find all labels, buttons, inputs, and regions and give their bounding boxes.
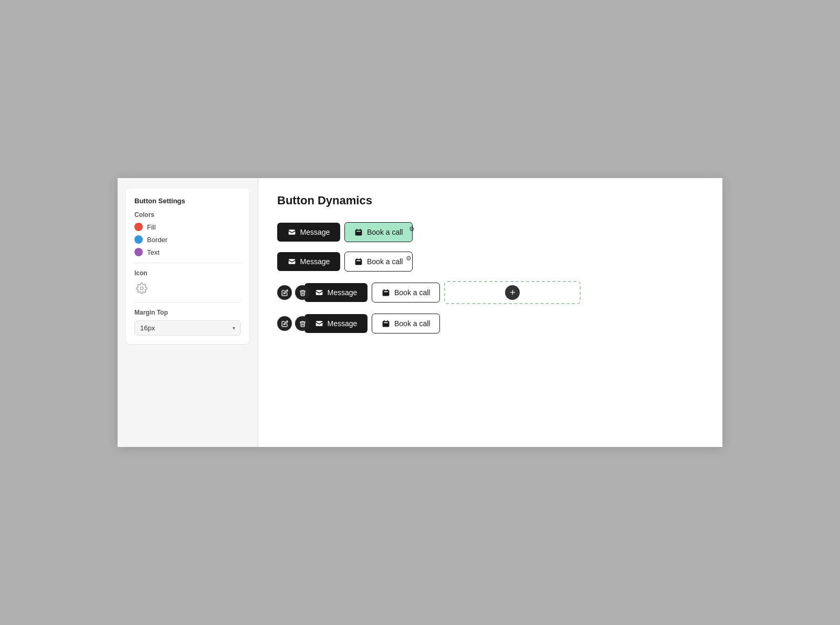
color-border-row: Border (134, 235, 241, 244)
book-button-1[interactable]: Book a call (344, 222, 413, 242)
margin-section: Margin Top 16px ▾ (134, 309, 241, 336)
message-button-1[interactable]: Message (277, 223, 340, 242)
divider-2 (134, 302, 241, 303)
message-label-1: Message (300, 228, 330, 236)
row-controls-4 (277, 316, 310, 331)
app-window: Button Settings Colors Fill Border Text … (118, 178, 722, 447)
colors-section-label: Colors (134, 211, 241, 218)
message-button-3[interactable]: Message (304, 283, 368, 302)
book-button-4[interactable]: Book a call (372, 314, 440, 334)
delete-button-3[interactable] (295, 285, 310, 300)
margin-select[interactable]: 16px ▾ (134, 320, 241, 336)
margin-value: 16px (140, 324, 155, 332)
edit-button-4[interactable] (277, 316, 292, 331)
book-outline-wrapper-2: Book a call ⚙ (344, 252, 413, 272)
book-button-2[interactable]: Book a call (344, 252, 413, 272)
text-label: Text (147, 248, 160, 256)
gear-icon[interactable] (134, 281, 149, 296)
row-controls-3 (277, 285, 310, 300)
message-label-4: Message (328, 319, 358, 328)
plus-icon: + (510, 288, 516, 297)
cursor-gear-icon-1: ⚙ (409, 225, 415, 233)
chevron-down-icon: ▾ (233, 325, 235, 331)
border-label: Border (147, 236, 167, 244)
color-text-row: Text (134, 248, 241, 256)
book-label-4: Book a call (394, 319, 430, 328)
border-color-dot[interactable] (134, 235, 143, 244)
book-button-3[interactable]: Book a call (372, 283, 440, 303)
icon-section-label: Icon (134, 269, 241, 277)
main-content: Button Dynamics Message Book a (258, 178, 722, 447)
button-row-1: Message Book a call ⚙ (277, 222, 704, 242)
svg-point-0 (140, 287, 143, 290)
book-label-2: Book a call (367, 257, 403, 266)
cursor-gear-icon-2: ⚙ (406, 255, 412, 262)
divider-1 (134, 263, 241, 263)
message-label-2: Message (300, 257, 330, 266)
button-rows: Message Book a call ⚙ (277, 222, 704, 342)
button-row-2: Message Book a call ⚙ (277, 252, 704, 272)
add-button[interactable]: + (505, 285, 520, 300)
book-label-3: Book a call (394, 288, 430, 297)
text-color-dot[interactable] (134, 248, 143, 256)
sidebar: Button Settings Colors Fill Border Text … (118, 178, 258, 447)
delete-button-4[interactable] (295, 316, 310, 331)
button-row-3: Message Book a call + (304, 281, 704, 304)
fill-color-dot[interactable] (134, 223, 143, 231)
book-highlight-wrapper: Book a call ⚙ (344, 222, 413, 242)
message-button-2[interactable]: Message (277, 252, 340, 271)
book-label-1: Book a call (367, 228, 403, 236)
message-label-3: Message (328, 288, 358, 297)
sidebar-title: Button Settings (134, 197, 241, 205)
margin-section-label: Margin Top (134, 309, 241, 316)
message-button-4[interactable]: Message (304, 314, 368, 333)
sidebar-card: Button Settings Colors Fill Border Text … (126, 189, 249, 344)
button-row-4: Message Book a call (304, 314, 704, 334)
edit-button-3[interactable] (277, 285, 292, 300)
color-fill-row: Fill (134, 223, 241, 231)
fill-label: Fill (147, 223, 156, 231)
icon-section: Icon (134, 269, 241, 296)
dashed-add-area: + (444, 281, 581, 304)
page-title: Button Dynamics (277, 194, 704, 207)
